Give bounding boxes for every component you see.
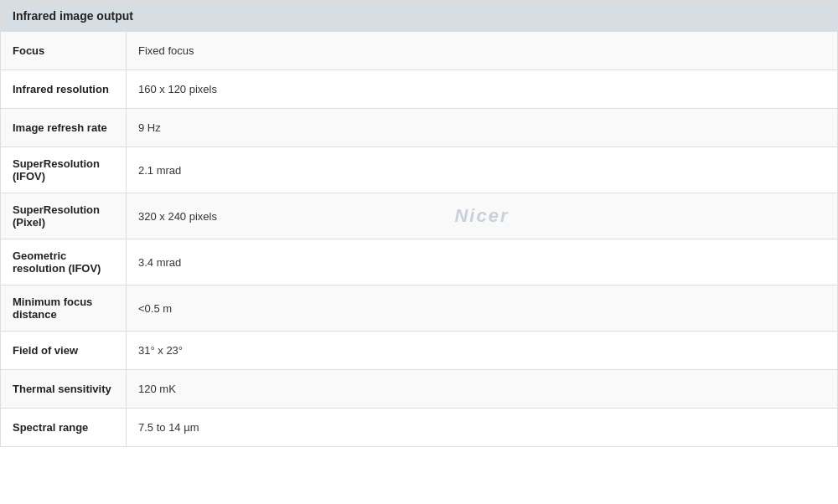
table-row: Thermal sensitivity120 mK (1, 369, 837, 408)
cell-label: Field of view (1, 332, 127, 369)
watermark: Nicer (454, 205, 509, 227)
table-row: FocusFixed focus (1, 31, 837, 69)
table-row: Infrared resolution160 x 120 pixels (1, 69, 837, 108)
infrared-table: Infrared image output FocusFixed focusIn… (0, 0, 838, 447)
table-header: Infrared image output (1, 1, 837, 31)
table-row: Geometric resolution (IFOV)3.4 mrad (1, 239, 837, 285)
cell-label: Image refresh rate (1, 109, 127, 147)
cell-label: SuperResolution (IFOV) (1, 147, 127, 193)
cell-value: 120 mK (127, 370, 837, 408)
table-row: Spectral range7.5 to 14 µm (1, 408, 837, 446)
cell-value: Fixed focus (127, 32, 837, 69)
cell-value: 160 x 120 pixels (127, 70, 837, 108)
table-row: Minimum focus distance<0.5 m (1, 285, 837, 331)
cell-value: <0.5 m (127, 285, 837, 331)
cell-value: 2.1 mrad (127, 147, 837, 193)
cell-label: Geometric resolution (IFOV) (1, 239, 127, 285)
cell-label: Spectral range (1, 409, 127, 446)
cell-value: 31° x 23° (127, 332, 837, 369)
table-row: Field of view31° x 23° (1, 331, 837, 369)
table-row: SuperResolution (IFOV)2.1 mrad (1, 147, 837, 193)
cell-label: Thermal sensitivity (1, 370, 127, 408)
cell-label: Focus (1, 32, 127, 69)
cell-value: 320 x 240 pixelsNicer (127, 193, 837, 239)
table-row: Image refresh rate9 Hz (1, 108, 837, 147)
cell-label: Infrared resolution (1, 70, 127, 108)
cell-value: 7.5 to 14 µm (127, 409, 837, 446)
cell-value: 3.4 mrad (127, 239, 837, 285)
cell-label: SuperResolution (Pixel) (1, 193, 127, 239)
cell-label: Minimum focus distance (1, 285, 127, 331)
cell-value: 9 Hz (127, 109, 837, 147)
table-row: SuperResolution (Pixel)320 x 240 pixelsN… (1, 193, 837, 239)
